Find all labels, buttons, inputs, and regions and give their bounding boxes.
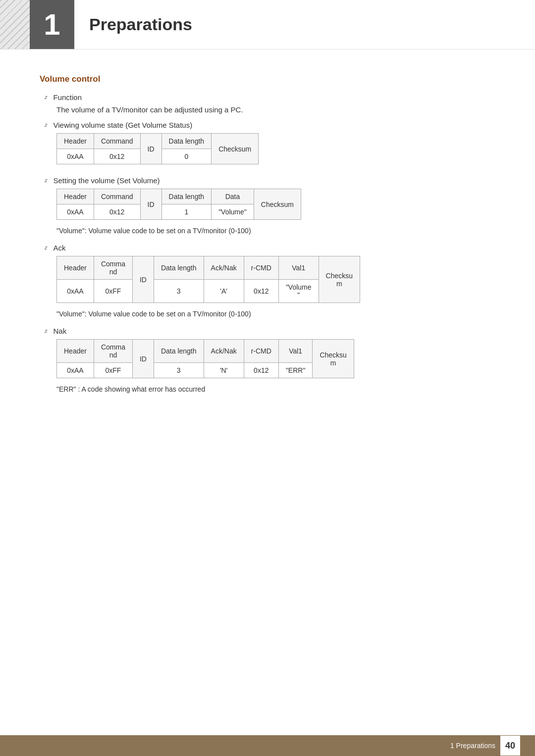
table-header: Command [94, 189, 140, 204]
table-header: Checksum [319, 256, 360, 303]
table-header: Data length [161, 189, 212, 204]
table-header: Ack/Nak [204, 256, 244, 280]
table-cell: "Volume" [278, 280, 319, 303]
bullet-z: z [45, 122, 48, 128]
page-number: 40 [500, 736, 520, 756]
table-header: Data length [161, 134, 212, 149]
table-header: Header [57, 256, 94, 280]
table-cell: 0x12 [94, 149, 140, 164]
table-cell: "ERR" [278, 363, 313, 378]
list-item: z Viewing volume state (Get Volume Statu… [45, 121, 495, 129]
chapter-number-box: 1 [30, 0, 74, 49]
table-header: ID [140, 189, 161, 220]
table-cell: 0xAA [57, 363, 94, 378]
list-item: z Setting the volume (Set Volume) [45, 176, 495, 185]
table-header: Checksum [313, 340, 354, 378]
item-label: Setting the volume (Set Volume) [54, 176, 160, 185]
table-header: Header [57, 134, 94, 149]
table3-wrapper: Header Command ID Data length Ack/Nak r-… [56, 256, 495, 303]
item-label: Function [54, 93, 82, 101]
item-label: Nak [54, 327, 67, 335]
chapter-block: 1 Preparations [0, 0, 192, 49]
table-header: Val1 [278, 340, 313, 363]
table-header: ID [132, 340, 154, 378]
table-header: Val1 [278, 256, 319, 280]
footer-label: 1 Preparations [450, 742, 495, 750]
table4-wrapper: Header Command ID Data length Ack/Nak r-… [56, 339, 495, 378]
table-cell: 3 [154, 363, 204, 378]
page-footer: 1 Preparations 40 [0, 735, 535, 756]
table-cell: 'A' [204, 280, 244, 303]
table-cell: 3 [154, 280, 204, 303]
table-header: Checksum [254, 189, 301, 220]
table-cell: 0xFF [94, 363, 132, 378]
table-cell: 1 [161, 204, 212, 220]
chapter-number: 1 [44, 7, 60, 42]
table-cell: 0 [161, 149, 212, 164]
volume-note: "Volume": Volume value code to be set on… [56, 227, 495, 235]
table-header: r-CMD [244, 340, 278, 363]
table-header: ID [140, 134, 161, 164]
table-cell: 0xAA [57, 280, 94, 303]
table-header: r-CMD [244, 256, 278, 280]
item-label: Ack [54, 244, 66, 252]
table2: Header Command ID Data length Data Check… [56, 189, 301, 220]
table-header: ID [132, 256, 154, 303]
table-cell: 0xFF [94, 280, 132, 303]
item-sub-text: The volume of a TV/monitor can be adjust… [56, 105, 495, 114]
table-header: Header [57, 189, 94, 204]
table3: Header Command ID Data length Ack/Nak r-… [56, 256, 360, 303]
table-header: Data length [154, 256, 204, 280]
bullet-z: z [45, 94, 48, 100]
table1: Header Command ID Data length Checksum 0… [56, 133, 259, 164]
bullet-z: z [45, 177, 48, 183]
table-cell: 0x12 [94, 204, 140, 220]
bullet-z: z [45, 328, 48, 334]
table-cell: 0xAA [57, 149, 94, 164]
table-header: Data length [154, 340, 204, 363]
list-item: z Ack [45, 244, 495, 252]
list-item: z Nak [45, 327, 495, 335]
table-header: Ack/Nak [204, 340, 244, 363]
table-cell: 0x12 [244, 280, 278, 303]
table-header: Header [57, 340, 94, 363]
chapter-title: Preparations [74, 0, 192, 49]
table-cell: 'N' [204, 363, 244, 378]
table-header: Checksum [212, 134, 259, 164]
bullet-z: z [45, 245, 48, 251]
table-header: Command [94, 256, 132, 280]
volume-note2: "Volume": Volume value code to be set on… [56, 310, 495, 318]
err-note: "ERR" : A code showing what error has oc… [56, 385, 495, 393]
table-cell: "Volume" [212, 204, 254, 220]
page-header: 1 Preparations [0, 0, 535, 50]
main-content: Volume control z Function The volume of … [0, 50, 535, 432]
table-cell: 0x12 [244, 363, 278, 378]
list-item: z Function [45, 93, 495, 101]
table4: Header Command ID Data length Ack/Nak r-… [56, 339, 354, 378]
diagonal-bg [0, 0, 30, 49]
section-title: Volume control [40, 74, 495, 84]
table-cell: 0xAA [57, 204, 94, 220]
table-header: Command [94, 134, 140, 149]
item-label: Viewing volume state (Get Volume Status) [54, 121, 193, 129]
table-header: Data [212, 189, 254, 204]
table2-wrapper: Header Command ID Data length Data Check… [56, 189, 495, 220]
table1-wrapper: Header Command ID Data length Checksum 0… [56, 133, 495, 164]
table-header: Command [94, 340, 132, 363]
